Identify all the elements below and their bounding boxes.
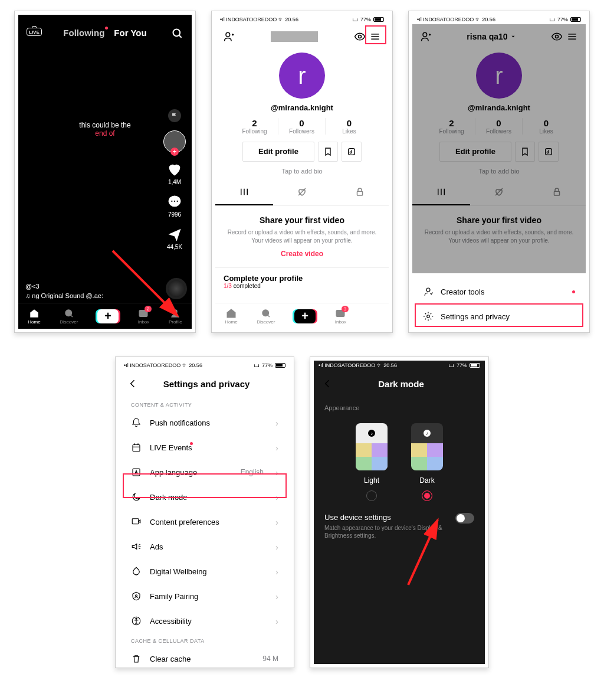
sound-disc[interactable]	[166, 278, 187, 299]
svg-point-38	[427, 315, 430, 318]
status-bar: •ıl INDOSATOOREDOO ᯤ 20.56 ⌴ 77%	[314, 361, 485, 370]
svg-point-4	[174, 201, 175, 202]
radio-dark[interactable]	[422, 490, 432, 501]
create-video-link[interactable]: Create video	[227, 250, 377, 258]
edit-profile-button: Edit profile	[439, 142, 511, 162]
row-app-language[interactable]: App languageEnglish›	[119, 460, 290, 485]
svg-point-9	[173, 310, 177, 313]
device-settings-label: Use device settings	[324, 513, 448, 522]
section-cache: CACHE & CELLULAR DATA	[119, 633, 290, 646]
page-title: Dark mode	[323, 379, 479, 389]
screen-feed: LIVE Following For You this could be the…	[14, 11, 196, 333]
theme-dark[interactable]: ♪ Dark	[411, 423, 443, 501]
svg-line-7	[71, 315, 73, 317]
svg-point-27	[556, 35, 559, 38]
svg-rect-41	[132, 519, 139, 524]
svg-point-42	[136, 595, 137, 597]
nav-discover[interactable]: Discover	[257, 308, 275, 325]
feed-username[interactable]: @<3	[25, 283, 103, 290]
nav-discover[interactable]: Discover	[60, 308, 78, 325]
foryou-tab[interactable]: For You	[114, 28, 146, 38]
avatar[interactable]: r	[279, 53, 325, 99]
bookmark-button[interactable]	[318, 142, 338, 162]
nav-profile[interactable]: Profile	[169, 308, 182, 325]
device-settings-toggle[interactable]	[455, 513, 474, 524]
status-bar: •ıl INDOSATOOREDOO ᯤ 20.56 ⌴ 77%	[412, 15, 586, 24]
page-title: Settings and privacy	[129, 379, 284, 389]
tab-grid[interactable]	[215, 182, 273, 205]
redacted-name	[271, 31, 318, 42]
svg-point-37	[426, 288, 430, 292]
eye-icon[interactable]	[549, 29, 564, 44]
inbox-badge: 2	[145, 306, 152, 312]
row-family-pairing[interactable]: Family Pairing›	[119, 584, 290, 609]
row-digital-wellbeing[interactable]: Digital Wellbeing›	[119, 559, 290, 584]
complete-profile[interactable]: Complete your profile 1/3 completed	[215, 267, 389, 295]
feed-sound[interactable]: ♫ ng Original Sound @.ae:	[25, 292, 103, 299]
svg-line-23	[268, 315, 270, 317]
report-icon[interactable]	[168, 109, 181, 122]
svg-point-3	[171, 201, 172, 202]
share-button[interactable]: 44,5K	[166, 226, 183, 250]
row-clear-cache[interactable]: Clear cache94 M	[119, 646, 290, 664]
profile-name[interactable]	[237, 31, 352, 42]
edit-profile-button[interactable]: Edit profile	[242, 142, 314, 162]
row-accessibility[interactable]: Accessibility›	[119, 609, 290, 633]
share-text: Record or upload a video with effects, s…	[227, 228, 377, 245]
light-preview: ♪	[356, 423, 388, 470]
svg-point-25	[370, 310, 374, 313]
share-heading: Share your first video	[227, 215, 377, 225]
nav-home[interactable]: Home	[28, 308, 40, 325]
comment-button[interactable]: 7996	[166, 194, 183, 218]
hamburger-icon[interactable]	[367, 29, 383, 44]
nav-inbox[interactable]: Inbox2	[138, 308, 150, 325]
search-icon[interactable]	[172, 28, 183, 42]
row-live-events[interactable]: LIVE Events›	[119, 435, 290, 460]
svg-line-1	[179, 35, 182, 38]
radio-light[interactable]	[366, 490, 377, 501]
row-push-notifications[interactable]: Push notifications›	[119, 410, 290, 435]
add-friend-icon[interactable]	[221, 29, 237, 44]
svg-point-44	[136, 618, 137, 619]
nav-create[interactable]: +	[97, 309, 119, 323]
nav-inbox[interactable]: Inbox3	[335, 308, 347, 325]
theme-light[interactable]: ♪ Light	[356, 423, 388, 501]
notification-dot	[572, 290, 575, 293]
creator-avatar[interactable]	[163, 130, 186, 153]
svg-rect-21	[357, 191, 363, 195]
row-dark-mode[interactable]: Dark mode›	[119, 485, 290, 509]
following-tab[interactable]: Following	[63, 28, 104, 38]
svg-point-0	[173, 30, 180, 37]
dark-preview: ♪	[411, 423, 443, 470]
screen-profile: •ıl INDOSATOOREDOO ᯤ 20.56 ⌴ 77% r @mira…	[211, 11, 393, 333]
screen-settings: •ıl INDOSATOOREDOO ᯤ 20.56 ⌴ 77% Setting…	[115, 356, 294, 668]
row-ads[interactable]: Ads›	[119, 534, 290, 559]
like-button[interactable]: 1,4M	[166, 161, 183, 185]
music-button[interactable]	[342, 142, 362, 162]
stat-following[interactable]: 2Following	[231, 118, 278, 135]
nav-profile[interactable]: Profile	[366, 308, 379, 325]
bio-prompt[interactable]: Tap to add bio	[215, 168, 389, 175]
svg-point-11	[226, 32, 230, 37]
handle: @miranda.knight	[412, 103, 586, 112]
appearance-label: Appearance	[314, 397, 485, 411]
svg-point-22	[262, 310, 269, 316]
svg-rect-39	[133, 445, 140, 452]
stat-followers[interactable]: 0Followers	[278, 118, 326, 135]
status-bar: •ıl INDOSATOOREDOO ᯤ 20.56 ⌴ 77%	[119, 361, 290, 370]
stat-likes[interactable]: 0Likes	[326, 118, 373, 135]
tab-private[interactable]	[331, 182, 389, 205]
svg-point-5	[177, 201, 178, 202]
menu-settings-privacy[interactable]: Settings and privacy	[412, 304, 586, 329]
device-settings-sub: Match appearance to your device's Displa…	[324, 524, 448, 539]
tab-liked[interactable]	[273, 182, 331, 205]
profile-name-dropdown[interactable]: risna qa10	[434, 32, 549, 41]
nav-create[interactable]: +	[294, 309, 316, 323]
menu-creator-tools[interactable]: Creator tools	[412, 279, 586, 304]
add-friend-icon[interactable]	[418, 29, 434, 44]
avatar: r	[476, 53, 522, 99]
nav-home[interactable]: Home	[225, 308, 237, 325]
row-content-preferences[interactable]: Content preferences›	[119, 509, 290, 534]
hamburger-icon[interactable]	[564, 29, 580, 44]
eye-icon[interactable]	[352, 29, 367, 44]
